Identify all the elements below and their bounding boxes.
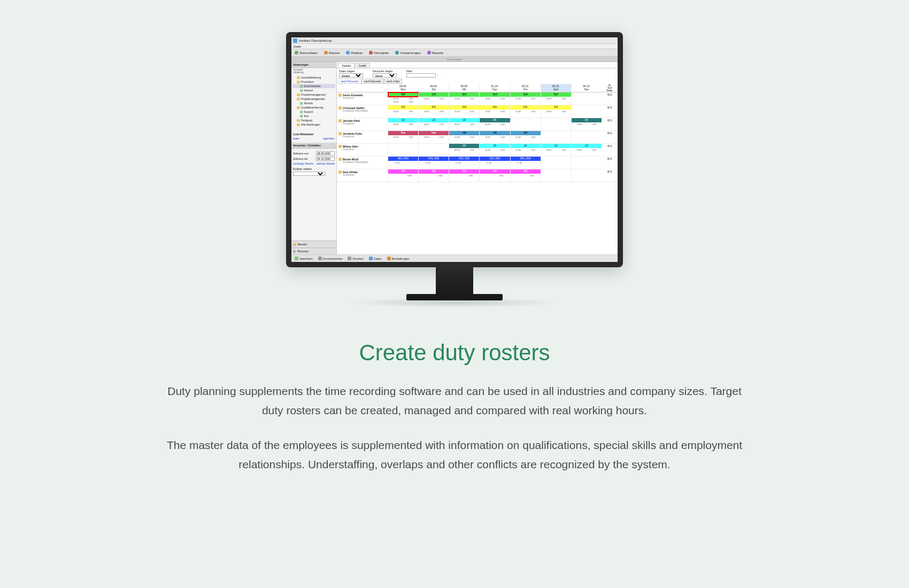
shift-cell[interactable]: [571, 169, 602, 182]
btn-druckvorschau[interactable]: Druckvorschau: [318, 257, 343, 260]
shift-cell[interactable]: DK1, DK217:00: [449, 157, 479, 169]
toolbar-stammdaten[interactable]: Stammdaten: [295, 51, 318, 55]
subtab-diensten[interactable]: nach Diensten: [361, 79, 384, 84]
shift-cell[interactable]: SpS16:000:00: [541, 92, 571, 105]
shift-cell[interactable]: GR0:00: [449, 169, 479, 182]
shift-cell[interactable]: [388, 144, 418, 156]
shift-cell[interactable]: ABl16:000:00: [449, 131, 479, 143]
shift-cell[interactable]: [571, 105, 602, 118]
shift-block[interactable]: DK: [449, 144, 479, 148]
shift-block[interactable]: FrS: [541, 105, 571, 110]
shift-cell[interactable]: GR0:00: [388, 169, 418, 182]
shift-cell[interactable]: LD16:000:00: [510, 144, 541, 156]
shift-cell[interactable]: ABl16:000:00: [479, 131, 510, 143]
shift-cell[interactable]: [541, 169, 571, 182]
shift-cell[interactable]: FrS16:000:00: [418, 105, 449, 118]
shift-cell[interactable]: DK08:000:00: [449, 144, 479, 156]
shift-cell[interactable]: Msp16:000:00: [388, 131, 418, 143]
shift-block[interactable]: FrS: [511, 105, 541, 110]
menu-file[interactable]: Datei: [294, 45, 301, 48]
shift-cell[interactable]: LD16:000:00: [479, 144, 510, 156]
shift-cell[interactable]: FrS16:000:00: [510, 105, 541, 118]
tab-grafik[interactable]: Grafik: [355, 63, 370, 68]
subtab-orten[interactable]: nach Orten: [384, 79, 403, 84]
toolbar-dienste[interactable]: Dienste: [324, 51, 340, 55]
rollplan-select[interactable]: [293, 172, 325, 176]
shift-block[interactable]: DK: [572, 118, 602, 122]
tree-node[interactable]: Geschäftsleitung: [292, 75, 335, 80]
btn-daten[interactable]: Daten: [369, 257, 382, 260]
shift-cell[interactable]: [571, 92, 602, 105]
tree-node[interactable]: Test: [292, 114, 335, 118]
link-load[interactable]: laden: [293, 137, 299, 140]
shift-cell[interactable]: SpS16:000:00: [449, 92, 479, 105]
shift-cell[interactable]: SpS16:000:00: [418, 92, 449, 105]
shift-cell[interactable]: FrS16:000:00: [479, 105, 510, 118]
shift-block[interactable]: DK1, DK2: [419, 157, 449, 161]
shift-block[interactable]: GR: [419, 169, 449, 174]
shift-cell[interactable]: FrS16:000:00: [541, 105, 571, 118]
tree-node[interactable]: Produktion: [292, 80, 335, 84]
shift-block[interactable]: FrS: [419, 105, 449, 110]
shift-cell[interactable]: LD08:000:00: [449, 118, 479, 130]
shift-block[interactable]: SpS: [419, 92, 449, 97]
btn-einstellungen[interactable]: Einstellungen: [387, 257, 410, 260]
shift-block[interactable]: FrS: [388, 105, 418, 110]
shift-block[interactable]: SpS: [388, 92, 418, 97]
shift-block[interactable]: SpS: [511, 92, 541, 97]
shift-cell[interactable]: DK16:000:00: [571, 118, 602, 130]
date-to-input[interactable]: [316, 157, 335, 161]
tree-node[interactable]: Alle Abteilungen: [292, 122, 335, 127]
tree-node[interactable]: Technik: [292, 101, 335, 105]
shift-block[interactable]: ABl: [511, 131, 541, 135]
filter-input[interactable]: [406, 73, 436, 78]
btn-drucken[interactable]: Drucken: [348, 257, 363, 260]
shift-cell[interactable]: [541, 157, 571, 169]
shift-block[interactable]: DK1, DK2: [388, 157, 418, 161]
shift-block[interactable]: LD: [480, 144, 510, 148]
shift-cell[interactable]: GR0:00: [418, 169, 449, 182]
btn-speichern[interactable]: Speichern: [295, 257, 313, 260]
search-icon[interactable]: ⌕: [437, 73, 438, 78]
menubar[interactable]: Datei: [291, 44, 618, 49]
shift-cell[interactable]: GR0:00: [479, 169, 510, 182]
shift-block[interactable]: LD: [419, 118, 449, 122]
shift-block[interactable]: SpS: [480, 92, 510, 97]
subtab-personen[interactable]: nach Personen: [338, 79, 361, 84]
tree-node[interactable]: Projektmanagement: [292, 97, 335, 101]
link-save[interactable]: speichern: [323, 137, 335, 140]
toolbar-rollplan[interactable]: Rollplan: [346, 51, 363, 55]
shift-cell[interactable]: LD08:000:00: [388, 118, 418, 130]
shift-block[interactable]: ABl: [449, 131, 479, 135]
tree-node[interactable]: Verkauf: [292, 88, 335, 92]
shift-block[interactable]: LD: [541, 144, 571, 148]
shift-block[interactable]: Msp: [388, 131, 418, 135]
filter-person-select[interactable]: Name: [373, 73, 397, 78]
shift-block[interactable]: SpS: [541, 92, 571, 97]
shift-block[interactable]: DK1, DK2: [480, 157, 510, 161]
date-from-input[interactable]: [316, 151, 335, 156]
tree-node[interactable]: Support: [292, 110, 335, 114]
shift-cell[interactable]: DK1, DK217:00: [510, 157, 541, 169]
tree-node[interactable]: Fertigung: [292, 118, 335, 122]
toolbar-dienstplan[interactable]: Dienstplan: [369, 51, 389, 55]
shift-block[interactable]: SpS: [449, 92, 479, 97]
shift-cell[interactable]: SpS16:000:00: [510, 92, 541, 105]
shift-cell[interactable]: [510, 118, 541, 130]
shift-block[interactable]: GR: [480, 169, 510, 174]
shift-cell[interactable]: DK1, DK217:00: [479, 157, 510, 169]
shift-cell[interactable]: [571, 131, 602, 143]
shift-block[interactable]: LD: [388, 118, 418, 122]
shift-block[interactable]: FrS: [449, 105, 479, 110]
shift-cell[interactable]: SpS16:000:0000:000:00: [388, 92, 418, 105]
shift-block[interactable]: DK1, DK2: [449, 157, 479, 161]
shift-cell[interactable]: [571, 157, 602, 169]
sidebar-nav-personen[interactable]: Personen: [291, 247, 336, 254]
shift-cell[interactable]: FrS16:000:00: [388, 105, 418, 118]
shift-cell[interactable]: Msp16:000:00: [418, 131, 449, 143]
shift-cell[interactable]: GR0:00: [510, 169, 541, 182]
shift-cell[interactable]: [541, 131, 571, 143]
tree-node[interactable]: Produktmanagement: [292, 92, 335, 97]
shift-block[interactable]: LD: [449, 118, 479, 122]
shift-block[interactable]: GR: [449, 169, 479, 174]
